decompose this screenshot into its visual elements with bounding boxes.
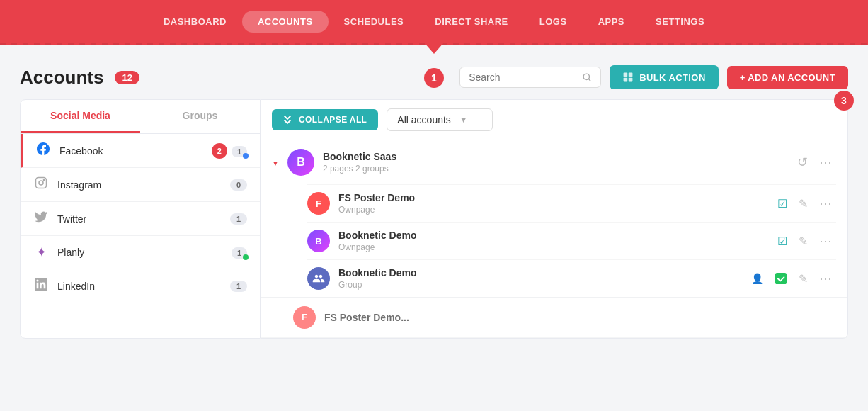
- booknetic-demo-actions: [775, 230, 836, 252]
- fs-poster-info: FS Poster Demo Ownpage: [338, 192, 766, 215]
- top-navigation: DASHBOARD ACCOUNTS SCHEDULES DIRECT SHAR…: [0, 0, 868, 43]
- add-account-button[interactable]: + ADD AN ACCOUNT 3: [727, 66, 848, 89]
- person-button[interactable]: [748, 269, 766, 288]
- twitter-icon: [33, 210, 49, 227]
- edit-button-grp[interactable]: [796, 269, 811, 288]
- more-button-bk[interactable]: [816, 230, 836, 252]
- tab-groups[interactable]: Groups: [140, 100, 260, 133]
- search-icon: [582, 72, 592, 83]
- svg-rect-4: [629, 78, 633, 82]
- edit-button-bk[interactable]: [796, 232, 811, 251]
- partial-header: F FS Poster Demo...: [261, 298, 847, 337]
- tab-social-media[interactable]: Social Media: [21, 100, 140, 133]
- check-green-button[interactable]: [772, 269, 790, 288]
- planly-dot: [243, 254, 249, 260]
- bulk-icon: [622, 72, 634, 83]
- step2-badge: 2: [212, 143, 227, 159]
- linkedin-label: LinkedIn: [57, 281, 230, 292]
- linkedin-count: 1: [230, 281, 247, 292]
- booknetic-demo-info: Booknetic Demo Ownpage: [338, 230, 766, 252]
- panel-header: COLLAPSE ALL All accounts ▼: [261, 100, 847, 140]
- edit-icon-grp: [799, 272, 808, 286]
- booknetic-group-logo: [307, 267, 330, 290]
- sub-item-booknetic-demo: B Booknetic Demo Ownpage: [307, 222, 836, 259]
- check-sq-icon: [777, 197, 787, 210]
- add-account-label: + ADD AN ACCOUNT: [740, 72, 835, 83]
- more-options-button[interactable]: [816, 152, 836, 173]
- collapse-all-label: COLLAPSE ALL: [299, 115, 367, 125]
- dots-icon: [819, 154, 833, 170]
- page-title: Accounts: [20, 67, 103, 89]
- fs-poster-logo: F: [307, 192, 330, 215]
- edit-icon-bk: [799, 235, 808, 248]
- svg-point-7: [43, 179, 45, 181]
- account-group-header: B Booknetic Saas 2 pages 2 groups: [261, 140, 847, 184]
- sub-item-fs-poster: F FS Poster Demo Ownpage: [307, 184, 836, 222]
- group-logo-icon: [312, 272, 325, 285]
- sub-item-booknetic-group: Booknetic Demo Group: [307, 259, 836, 297]
- search-box[interactable]: [459, 67, 601, 88]
- person-icon: [751, 272, 763, 285]
- nav-apps[interactable]: APPS: [583, 11, 640, 33]
- svg-rect-5: [36, 178, 47, 188]
- header-actions: BULK ACTION + ADD AN ACCOUNT 3: [459, 65, 848, 89]
- fs-poster-meta: Ownpage: [338, 205, 766, 215]
- booknetic-saas-info: Booknetic Saas 2 pages 2 groups: [323, 151, 786, 174]
- account-sub-items: F FS Poster Demo Ownpage B: [261, 184, 847, 297]
- sidebar-item-facebook[interactable]: Facebook 2 1: [21, 134, 260, 168]
- nav-direct-share[interactable]: DIRECT SHARE: [419, 11, 524, 33]
- more-button-fs[interactable]: [816, 193, 836, 214]
- step3-badge: 3: [834, 91, 854, 111]
- nav-accounts[interactable]: ACCOUNTS: [242, 11, 329, 33]
- more-button-grp[interactable]: [816, 268, 836, 289]
- all-accounts-dropdown[interactable]: All accounts ▼: [387, 108, 493, 131]
- collapse-all-button[interactable]: COLLAPSE ALL: [272, 109, 378, 130]
- booknetic-group-actions: [748, 268, 836, 289]
- sidebar-item-twitter[interactable]: Twitter 1: [21, 202, 260, 236]
- booknetic-demo-meta: Ownpage: [338, 242, 766, 252]
- svg-rect-8: [775, 273, 787, 284]
- sidebar-item-planly[interactable]: ✦ Planly 1: [21, 236, 260, 269]
- account-group-partial: F FS Poster Demo...: [261, 298, 847, 338]
- edit-button-fs[interactable]: [796, 194, 811, 213]
- nav-settings[interactable]: SETTINGS: [640, 11, 720, 33]
- sidebar-tabs: Social Media Groups: [21, 100, 260, 134]
- dots-icon-grp: [819, 271, 833, 286]
- nav-schedules[interactable]: SCHEDULES: [329, 11, 420, 33]
- fs-poster-actions: [775, 193, 836, 214]
- svg-rect-2: [629, 73, 633, 77]
- twitter-count: 1: [230, 213, 247, 225]
- nav-dashboard[interactable]: DASHBOARD: [148, 11, 242, 33]
- svg-point-6: [39, 181, 43, 185]
- facebook-icon: [35, 142, 51, 159]
- page-header: Accounts 12 BULK ACTION + ADD AN ACCOUNT…: [0, 52, 868, 99]
- planly-icon: ✦: [33, 244, 49, 260]
- planly-label: Planly: [57, 247, 229, 258]
- booknetic-saas-logo: B: [287, 149, 314, 176]
- group-chevron-icon[interactable]: [272, 157, 279, 168]
- bulk-action-label: BULK ACTION: [639, 72, 705, 83]
- account-list: B Booknetic Saas 2 pages 2 groups: [261, 140, 847, 338]
- search-input[interactable]: [469, 72, 576, 83]
- svg-rect-3: [624, 78, 628, 82]
- dots-icon-fs: [819, 196, 833, 211]
- sidebar-item-instagram[interactable]: Instagram 0: [21, 168, 260, 202]
- instagram-icon: [33, 176, 49, 193]
- partial-logo: F: [293, 306, 316, 329]
- partial-name: FS Poster Demo...: [324, 312, 836, 323]
- bulk-action-button[interactable]: BULK ACTION: [610, 65, 718, 89]
- check-button-bk[interactable]: [775, 232, 790, 251]
- accounts-count-badge: 12: [115, 71, 139, 84]
- nav-logs[interactable]: LOGS: [524, 11, 583, 33]
- check-button-fs[interactable]: [775, 194, 790, 213]
- facebook-label: Facebook: [59, 145, 207, 157]
- twitter-label: Twitter: [57, 213, 230, 225]
- refresh-button[interactable]: [794, 152, 811, 173]
- booknetic-group-meta: Group: [338, 280, 740, 290]
- dots-icon-bk: [819, 233, 833, 249]
- account-group-booknetic-saas: B Booknetic Saas 2 pages 2 groups: [261, 140, 847, 298]
- svg-rect-1: [624, 73, 628, 77]
- sidebar-item-linkedin[interactable]: LinkedIn 1: [21, 269, 260, 303]
- instagram-count: 0: [230, 179, 247, 191]
- chevron-down-icon: ▼: [459, 115, 468, 125]
